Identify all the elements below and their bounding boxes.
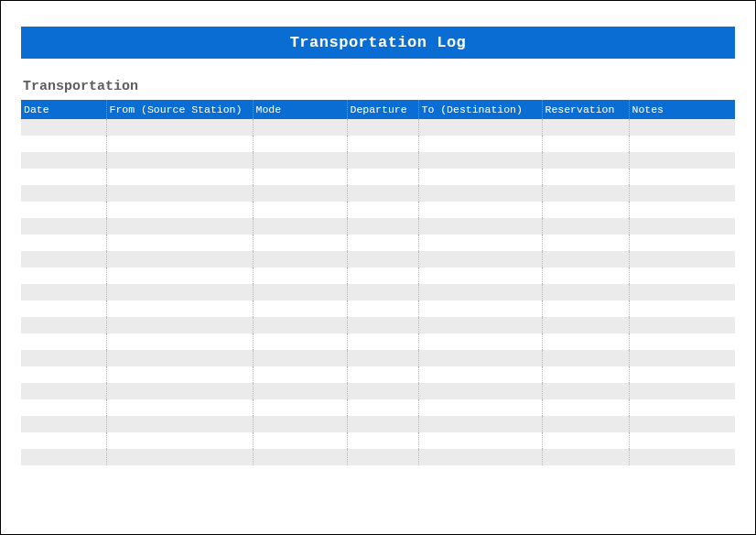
cell-mode[interactable]	[253, 317, 347, 333]
cell-to[interactable]	[418, 432, 542, 449]
table-row[interactable]	[21, 399, 735, 416]
cell-notes[interactable]	[629, 119, 735, 136]
cell-from[interactable]	[106, 399, 253, 416]
cell-date[interactable]	[21, 185, 106, 202]
cell-date[interactable]	[21, 383, 106, 399]
cell-mode[interactable]	[253, 432, 347, 449]
cell-to[interactable]	[418, 333, 542, 350]
cell-date[interactable]	[21, 317, 106, 333]
cell-from[interactable]	[106, 185, 253, 202]
cell-to[interactable]	[418, 152, 542, 169]
cell-reservation[interactable]	[542, 136, 629, 152]
cell-departure[interactable]	[347, 119, 418, 136]
cell-departure[interactable]	[347, 416, 418, 432]
cell-notes[interactable]	[629, 251, 735, 268]
cell-to[interactable]	[418, 202, 542, 218]
cell-to[interactable]	[418, 300, 542, 317]
cell-to[interactable]	[418, 218, 542, 235]
cell-to[interactable]	[418, 185, 542, 202]
cell-departure[interactable]	[347, 300, 418, 317]
cell-reservation[interactable]	[542, 152, 629, 169]
table-row[interactable]	[21, 152, 735, 169]
cell-date[interactable]	[21, 284, 106, 300]
cell-notes[interactable]	[629, 152, 735, 169]
cell-to[interactable]	[418, 317, 542, 333]
cell-to[interactable]	[418, 119, 542, 136]
cell-date[interactable]	[21, 399, 106, 416]
cell-date[interactable]	[21, 251, 106, 268]
cell-mode[interactable]	[253, 202, 347, 218]
cell-mode[interactable]	[253, 136, 347, 152]
cell-notes[interactable]	[629, 284, 735, 300]
cell-mode[interactable]	[253, 300, 347, 317]
cell-departure[interactable]	[347, 383, 418, 399]
cell-mode[interactable]	[253, 218, 347, 235]
cell-mode[interactable]	[253, 366, 347, 383]
cell-reservation[interactable]	[542, 333, 629, 350]
cell-reservation[interactable]	[542, 202, 629, 218]
cell-mode[interactable]	[253, 152, 347, 169]
table-row[interactable]	[21, 202, 735, 218]
cell-mode[interactable]	[253, 284, 347, 300]
cell-to[interactable]	[418, 284, 542, 300]
table-row[interactable]	[21, 333, 735, 350]
cell-departure[interactable]	[347, 449, 418, 465]
cell-reservation[interactable]	[542, 268, 629, 284]
cell-date[interactable]	[21, 333, 106, 350]
cell-reservation[interactable]	[542, 317, 629, 333]
cell-from[interactable]	[106, 119, 253, 136]
cell-departure[interactable]	[347, 317, 418, 333]
cell-mode[interactable]	[253, 449, 347, 465]
cell-notes[interactable]	[629, 366, 735, 383]
cell-from[interactable]	[106, 152, 253, 169]
table-row[interactable]	[21, 169, 735, 185]
cell-to[interactable]	[418, 366, 542, 383]
cell-date[interactable]	[21, 119, 106, 136]
cell-to[interactable]	[418, 399, 542, 416]
cell-to[interactable]	[418, 136, 542, 152]
cell-date[interactable]	[21, 235, 106, 251]
cell-departure[interactable]	[347, 169, 418, 185]
cell-reservation[interactable]	[542, 383, 629, 399]
cell-date[interactable]	[21, 366, 106, 383]
cell-reservation[interactable]	[542, 119, 629, 136]
cell-reservation[interactable]	[542, 449, 629, 465]
cell-departure[interactable]	[347, 350, 418, 366]
cell-to[interactable]	[418, 350, 542, 366]
cell-departure[interactable]	[347, 185, 418, 202]
cell-from[interactable]	[106, 432, 253, 449]
table-row[interactable]	[21, 235, 735, 251]
cell-from[interactable]	[106, 333, 253, 350]
cell-date[interactable]	[21, 300, 106, 317]
cell-to[interactable]	[418, 251, 542, 268]
cell-mode[interactable]	[253, 268, 347, 284]
cell-mode[interactable]	[253, 350, 347, 366]
table-row[interactable]	[21, 185, 735, 202]
cell-mode[interactable]	[253, 399, 347, 416]
cell-notes[interactable]	[629, 202, 735, 218]
cell-mode[interactable]	[253, 119, 347, 136]
table-row[interactable]	[21, 383, 735, 399]
table-row[interactable]	[21, 366, 735, 383]
cell-notes[interactable]	[629, 136, 735, 152]
cell-notes[interactable]	[629, 416, 735, 432]
cell-notes[interactable]	[629, 300, 735, 317]
cell-departure[interactable]	[347, 333, 418, 350]
cell-to[interactable]	[418, 268, 542, 284]
cell-from[interactable]	[106, 300, 253, 317]
table-row[interactable]	[21, 432, 735, 449]
cell-mode[interactable]	[253, 416, 347, 432]
cell-from[interactable]	[106, 383, 253, 399]
cell-reservation[interactable]	[542, 416, 629, 432]
cell-from[interactable]	[106, 449, 253, 465]
cell-notes[interactable]	[629, 432, 735, 449]
cell-notes[interactable]	[629, 268, 735, 284]
cell-departure[interactable]	[347, 136, 418, 152]
cell-to[interactable]	[418, 169, 542, 185]
cell-date[interactable]	[21, 136, 106, 152]
cell-to[interactable]	[418, 235, 542, 251]
cell-date[interactable]	[21, 218, 106, 235]
cell-notes[interactable]	[629, 383, 735, 399]
cell-date[interactable]	[21, 449, 106, 465]
cell-reservation[interactable]	[542, 251, 629, 268]
